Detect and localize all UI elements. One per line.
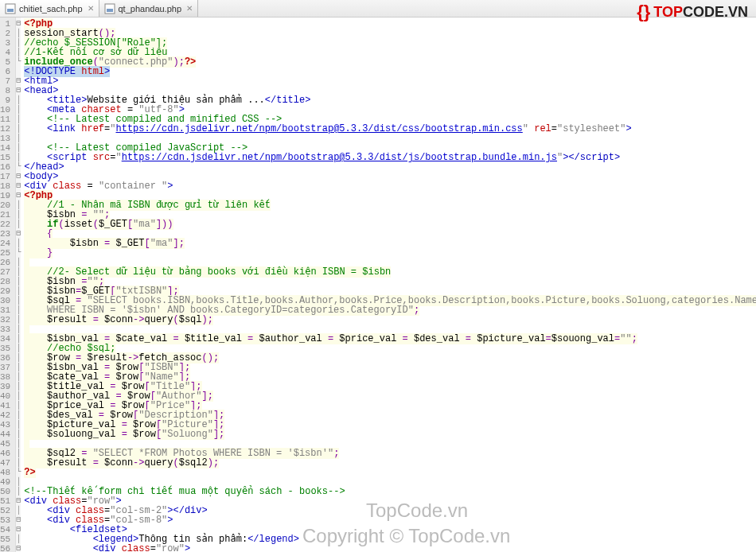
line-number: 9 bbox=[0, 95, 10, 105]
code-line[interactable]: <div class = "container "> bbox=[24, 181, 756, 191]
line-number: 44 bbox=[0, 430, 10, 439]
line-number: 43 bbox=[0, 420, 10, 430]
code-line[interactable]: ?> bbox=[24, 468, 756, 477]
line-number: 54 bbox=[0, 525, 10, 535]
svg-rect-1 bbox=[7, 9, 14, 12]
code-line[interactable]: </head> bbox=[24, 162, 756, 172]
line-number: 27 bbox=[0, 267, 10, 277]
line-number: 53 bbox=[0, 515, 10, 525]
code-line[interactable]: <html> bbox=[24, 76, 756, 86]
line-number: 20 bbox=[0, 200, 10, 210]
line-number-gutter: 1234567891011121314151617181920212223242… bbox=[0, 17, 16, 552]
line-number: 31 bbox=[0, 305, 10, 315]
line-number: 10 bbox=[0, 105, 10, 115]
line-number: 48 bbox=[0, 468, 10, 477]
line-number: 36 bbox=[0, 353, 10, 363]
line-number: 2 bbox=[0, 29, 10, 38]
bracket-icon: {} bbox=[637, 2, 650, 22]
code-line[interactable]: <script src="https://cdn.jsdelivr.net/np… bbox=[24, 153, 756, 162]
line-number: 37 bbox=[0, 363, 10, 372]
line-number: 24 bbox=[0, 239, 10, 248]
code-line[interactable]: <div class="col-sm-8"> bbox=[24, 515, 756, 525]
topcode-logo: {} TOPCODE.VN bbox=[637, 2, 748, 22]
line-number: 14 bbox=[0, 143, 10, 153]
line-number: 8 bbox=[0, 86, 10, 95]
line-number: 55 bbox=[0, 535, 10, 544]
close-icon[interactable]: ✕ bbox=[86, 4, 95, 14]
line-number: 32 bbox=[0, 315, 10, 325]
line-number: 25 bbox=[0, 248, 10, 258]
line-number: 1 bbox=[0, 19, 10, 29]
code-line[interactable]: include_once("connect.php");?> bbox=[24, 57, 756, 67]
code-line[interactable]: $isbn_val = $cate_val = $title_val = $au… bbox=[24, 334, 756, 344]
code-line[interactable]: $soluong_val = $row["Soluong"]; bbox=[24, 430, 756, 439]
php-file-icon bbox=[104, 3, 115, 14]
line-number: 26 bbox=[0, 258, 10, 267]
line-number: 12 bbox=[0, 124, 10, 134]
line-number: 6 bbox=[0, 67, 10, 76]
tab-qt-phandau[interactable]: qt_phandau.php ✕ bbox=[99, 0, 199, 17]
code-line[interactable]: <link href="https://cdn.jsdelivr.net/npm… bbox=[24, 124, 756, 134]
close-icon[interactable]: ✕ bbox=[185, 4, 194, 14]
line-number: 56 bbox=[0, 544, 10, 552]
code-area[interactable]: <?phpsession_start();//echo $_SESSION["R… bbox=[21, 17, 756, 552]
line-number: 23 bbox=[0, 229, 10, 239]
line-number: 33 bbox=[0, 325, 10, 334]
line-number: 21 bbox=[0, 210, 10, 220]
line-number: 49 bbox=[0, 477, 10, 487]
line-number: 28 bbox=[0, 277, 10, 286]
line-number: 19 bbox=[0, 191, 10, 200]
line-number: 51 bbox=[0, 496, 10, 506]
line-number: 50 bbox=[0, 487, 10, 496]
code-line[interactable]: if(isset($_GET["ma"])) bbox=[24, 220, 756, 229]
line-number: 22 bbox=[0, 220, 10, 229]
line-number: 52 bbox=[0, 506, 10, 515]
code-line[interactable]: <!DOCTYPE html> bbox=[24, 67, 756, 76]
code-line[interactable]: $isbn = $_GET["ma"]; bbox=[24, 239, 756, 248]
tab-label: qt_phandau.php bbox=[119, 4, 182, 14]
line-number: 47 bbox=[0, 458, 10, 468]
line-number: 39 bbox=[0, 382, 10, 391]
line-number: 40 bbox=[0, 391, 10, 401]
svg-rect-3 bbox=[107, 9, 113, 12]
code-editor[interactable]: 1234567891011121314151617181920212223242… bbox=[0, 17, 756, 552]
line-number: 38 bbox=[0, 372, 10, 382]
code-line[interactable]: <!--Thiết kế form chi tiết mua một quyển… bbox=[24, 487, 756, 496]
line-number: 17 bbox=[0, 172, 10, 181]
line-number: 35 bbox=[0, 344, 10, 353]
php-file-icon bbox=[5, 3, 16, 14]
code-line[interactable]: //2- Select dữ liệu từ bảng books với đi… bbox=[24, 267, 756, 277]
line-number: 29 bbox=[0, 286, 10, 296]
code-line[interactable]: $result = $conn->query($sql2); bbox=[24, 458, 756, 468]
line-number: 42 bbox=[0, 410, 10, 420]
line-number: 34 bbox=[0, 334, 10, 344]
code-line[interactable]: } bbox=[24, 248, 756, 258]
line-number: 5 bbox=[0, 57, 10, 67]
line-number: 30 bbox=[0, 296, 10, 305]
code-line[interactable]: $result = $conn->query($sql); bbox=[24, 315, 756, 325]
tab-label: chitiet_sach.php bbox=[19, 4, 83, 14]
line-number: 16 bbox=[0, 162, 10, 172]
line-number: 7 bbox=[0, 76, 10, 86]
line-number: 18 bbox=[0, 181, 10, 191]
line-number: 3 bbox=[0, 38, 10, 48]
tab-chitiet-sach[interactable]: chitiet_sach.php ✕ bbox=[0, 0, 99, 17]
code-line[interactable]: <div class="row"> bbox=[24, 544, 756, 552]
line-number: 11 bbox=[0, 115, 10, 124]
line-number: 4 bbox=[0, 48, 10, 57]
line-number: 46 bbox=[0, 449, 10, 458]
line-number: 45 bbox=[0, 439, 10, 449]
line-number: 41 bbox=[0, 401, 10, 410]
line-number: 15 bbox=[0, 153, 10, 162]
code-line[interactable]: //1 - Nhận mã ISBN được gửi từ liên kết bbox=[24, 200, 756, 210]
line-number: 13 bbox=[0, 134, 10, 143]
